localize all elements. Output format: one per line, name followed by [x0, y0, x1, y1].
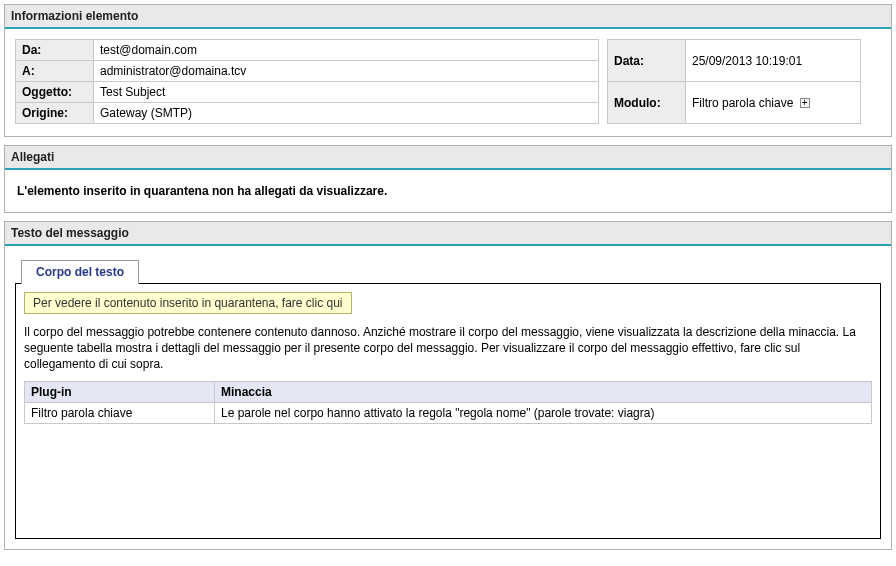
item-info-left-table: Da: test@domain.com A: administrator@dom… — [15, 39, 599, 124]
threat-row-plugin: Filtro parola chiave — [25, 402, 215, 423]
subject-value: Test Subject — [94, 82, 599, 103]
threat-description-text: Il corpo del messaggio potrebbe contener… — [24, 324, 872, 373]
date-value: 25/09/2013 10:19:01 — [686, 40, 861, 82]
expand-icon[interactable]: + — [800, 98, 810, 108]
threat-col-plugin: Plug-in — [25, 381, 215, 402]
from-label: Da: — [16, 40, 94, 61]
message-text-panel: Testo del messaggio Corpo del testo Per … — [4, 221, 892, 550]
subject-label: Oggetto: — [16, 82, 94, 103]
module-value-cell: Filtro parola chiave + — [686, 82, 861, 124]
item-info-right-table: Data: 25/09/2013 10:19:01 Modulo: Filtro… — [607, 39, 861, 124]
message-body-tab-content: Per vedere il contenuto inserito in quar… — [15, 283, 881, 539]
origin-label: Origine: — [16, 103, 94, 124]
quarantine-view-link[interactable]: Per vedere il contenuto inserito in quar… — [24, 292, 352, 314]
to-label: A: — [16, 61, 94, 82]
tab-body-text[interactable]: Corpo del testo — [21, 260, 139, 284]
threat-col-threat: Minaccia — [215, 381, 872, 402]
item-info-header: Informazioni elemento — [5, 5, 891, 29]
table-row: Filtro parola chiave Le parole nel corpo… — [25, 402, 872, 423]
message-text-header: Testo del messaggio — [5, 222, 891, 246]
module-value: Filtro parola chiave — [692, 96, 793, 110]
attachments-header: Allegati — [5, 146, 891, 170]
item-info-panel: Informazioni elemento Da: test@domain.co… — [4, 4, 892, 137]
attachments-empty-text: L'elemento inserito in quarantena non ha… — [15, 180, 881, 200]
to-value: administrator@domaina.tcv — [94, 61, 599, 82]
from-value: test@domain.com — [94, 40, 599, 61]
origin-value: Gateway (SMTP) — [94, 103, 599, 124]
date-label: Data: — [608, 40, 686, 82]
attachments-panel: Allegati L'elemento inserito in quarante… — [4, 145, 892, 213]
module-label: Modulo: — [608, 82, 686, 124]
threat-table: Plug-in Minaccia Filtro parola chiave Le… — [24, 381, 872, 424]
threat-row-threat: Le parole nel corpo hanno attivato la re… — [215, 402, 872, 423]
